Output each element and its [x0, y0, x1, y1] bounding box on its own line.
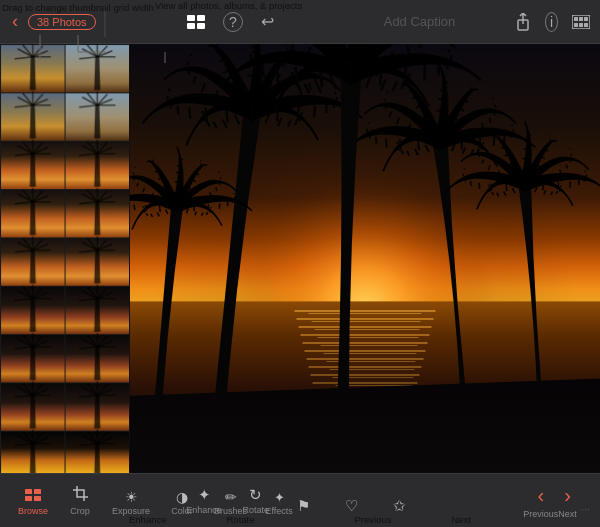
rotate-tool[interactable]: ↻ Rotate [234, 482, 278, 519]
share-icon[interactable] [511, 9, 535, 35]
crop-label: Crop [70, 506, 90, 516]
nav-controls: ‹ Previous › Next ··· [523, 482, 590, 519]
main-photo-area[interactable] [130, 44, 600, 473]
heart-icon: ♡ [345, 497, 358, 515]
toolbar-left: ‹ 38 Photos [6, 7, 136, 37]
thumbnail-sidebar[interactable] [0, 44, 130, 473]
flag-icon: ⚑ [297, 497, 310, 515]
enhance-icon: ✦ [198, 486, 211, 504]
rotate-label: Rotate [243, 505, 270, 515]
svg-rect-12 [25, 489, 32, 494]
main-content [0, 44, 600, 473]
enhance-tool[interactable]: ✦ Enhance [178, 482, 230, 519]
center-tools: ✦ Enhance ↻ Rotate ⚑ ♡ ✩ [178, 482, 422, 519]
info-icon[interactable]: i [545, 12, 558, 32]
crop-tool[interactable]: Crop [58, 482, 102, 520]
toolbar-right: i [514, 9, 594, 35]
next-icon: › [560, 482, 575, 509]
rotate-icon: ↻ [249, 486, 262, 504]
enhance-label: Enhance [186, 505, 222, 515]
exposure-tool[interactable]: ☀ Exposure [104, 485, 158, 520]
browse-icon [25, 487, 41, 505]
flag-tool[interactable]: ⚑ [282, 493, 326, 519]
bottom-tools-row: Browse Crop ☀ Exposure ◑ Color ✏ [0, 474, 600, 527]
next-nav[interactable]: › Next [558, 482, 577, 519]
svg-rect-11 [584, 23, 588, 27]
svg-rect-10 [579, 23, 583, 27]
previous-label: Previous [523, 509, 558, 519]
browse-tool[interactable]: Browse [10, 483, 56, 520]
toolbar-divider [104, 7, 106, 37]
svg-rect-13 [34, 489, 41, 494]
svg-rect-1 [197, 15, 205, 21]
svg-rect-14 [25, 496, 32, 501]
thumbnail-grid[interactable] [0, 44, 129, 473]
back-button[interactable]: ‹ [6, 7, 24, 36]
svg-rect-3 [197, 23, 205, 29]
svg-rect-8 [584, 17, 588, 21]
undo-icon[interactable]: ↩ [257, 8, 278, 35]
toolbar-center: ? ↩ [136, 8, 325, 35]
svg-rect-6 [574, 17, 578, 21]
previous-nav[interactable]: ‹ Previous [523, 482, 558, 519]
exposure-label: Exposure [112, 506, 150, 516]
star-icon: ✩ [393, 497, 406, 515]
next-label: Next [558, 509, 577, 519]
svg-rect-0 [187, 15, 195, 21]
grid-view-icon[interactable] [183, 11, 209, 33]
top-toolbar: ‹ 38 Photos ? ↩ Add Caption [0, 0, 600, 44]
star-tool[interactable]: ✩ [378, 493, 422, 519]
caption-field[interactable]: Add Caption [325, 14, 514, 29]
filmstrip-icon[interactable] [568, 11, 594, 33]
svg-rect-15 [34, 496, 41, 501]
app-container: ‹ 38 Photos ? ↩ Add Caption [0, 0, 600, 527]
previous-icon: ‹ [533, 482, 548, 509]
heart-tool[interactable]: ♡ [330, 493, 374, 519]
svg-rect-9 [574, 23, 578, 27]
photos-count-badge[interactable]: 38 Photos [28, 14, 96, 30]
exposure-icon: ☀ [125, 489, 138, 505]
browse-label: Browse [18, 506, 48, 516]
main-photo-canvas [130, 44, 600, 473]
svg-rect-2 [187, 23, 195, 29]
crop-icon [73, 486, 88, 505]
help-icon[interactable]: ? [223, 12, 243, 32]
bottom-toolbar: Browse Crop ☀ Exposure ◑ Color ✏ [0, 473, 600, 527]
svg-rect-7 [579, 17, 583, 21]
more-options-icon[interactable]: ··· [581, 503, 590, 519]
